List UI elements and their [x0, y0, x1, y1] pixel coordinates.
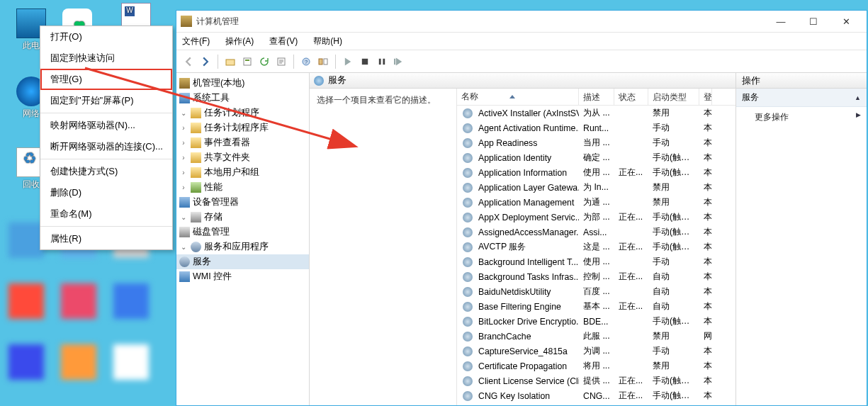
tb-view[interactable]: [315, 54, 331, 69]
tb-pause[interactable]: [374, 54, 390, 69]
expand-icon[interactable]: ›: [179, 139, 188, 147]
col-state[interactable]: 状态: [614, 89, 648, 105]
tb-help[interactable]: ?: [298, 54, 314, 69]
tree-local-users[interactable]: ›本地用户和组: [176, 165, 309, 180]
maximize-button[interactable]: ☐: [797, 13, 830, 30]
menu-action[interactable]: 操作(A): [225, 35, 254, 47]
tb-up[interactable]: [222, 54, 238, 69]
col-desc[interactable]: 描述: [579, 89, 614, 105]
service-desc: 为通 ...: [579, 196, 614, 208]
ctx-pin-quick[interactable]: 固定到快速访问: [40, 47, 172, 69]
minimize-button[interactable]: ―: [765, 13, 797, 30]
service-row[interactable]: Agent Activation Runtime...Runt...手动本: [457, 120, 735, 135]
expand-icon[interactable]: ›: [179, 169, 188, 176]
tb-restart[interactable]: [391, 54, 407, 69]
tree-device-manager[interactable]: 设备管理器: [176, 195, 309, 210]
ctx-map-net[interactable]: 映射网络驱动器(N)...: [40, 115, 172, 136]
tree-system-tools[interactable]: 系统工具: [176, 91, 309, 106]
ctx-rename[interactable]: 重命名(M): [40, 203, 172, 225]
service-row[interactable]: BaiduNetdiskUtility百度 ...自动本: [457, 284, 735, 299]
tools-icon: [179, 93, 190, 103]
col-logon[interactable]: 登: [699, 89, 712, 105]
menu-file[interactable]: 文件(F): [182, 35, 210, 47]
service-name: BitLocker Drive Encryptio...: [478, 317, 579, 327]
service-row[interactable]: Application Identity确定 ...手动(触发...本: [457, 150, 735, 165]
service-row[interactable]: Background Tasks Infras...控制 ...正在...自动本: [457, 269, 735, 284]
tb-refresh[interactable]: [257, 54, 272, 69]
service-state: 正在...: [614, 271, 648, 283]
tree-services[interactable]: 服务: [176, 254, 309, 269]
navigation-tree[interactable]: 机管理(本地) 系统工具 ⌄任务计划程序 ›任务计划程序库 ›事件查看器 ›共享…: [176, 73, 310, 405]
service-row[interactable]: Application Management为通 ...禁用本: [457, 195, 735, 210]
services-list[interactable]: 名称 描述 状态 启动类型 登 ActiveX Installer (AxIns…: [457, 89, 735, 405]
gear-icon: [463, 227, 473, 237]
wmi-icon: [179, 271, 190, 282]
expand-icon[interactable]: ›: [179, 154, 188, 162]
service-start: 手动(触发...: [648, 390, 699, 402]
tree-task-scheduler[interactable]: ⌄任务计划程序: [176, 106, 309, 120]
ctx-pin-start[interactable]: 固定到"开始"屏幕(P): [40, 90, 172, 111]
titlebar[interactable]: 计算机管理 ― ☐ ✕: [176, 11, 867, 32]
tree-performance[interactable]: ›性能: [176, 180, 309, 195]
column-headers[interactable]: 名称 描述 状态 启动类型 登: [457, 89, 735, 106]
expand-icon[interactable]: ›: [179, 184, 188, 191]
service-logon: 本: [699, 375, 712, 387]
tree-services-apps[interactable]: ⌄服务和应用程序: [176, 239, 309, 254]
sort-asc-icon: [509, 95, 515, 98]
actions-more[interactable]: 更多操作 ▶: [736, 107, 867, 128]
tree-event-viewer[interactable]: ›事件查看器: [176, 135, 309, 150]
menu-help[interactable]: 帮助(H): [313, 35, 342, 47]
tree-task-library[interactable]: ›任务计划程序库: [176, 120, 309, 135]
ctx-create-shortcut[interactable]: 创建快捷方式(S): [40, 161, 172, 182]
collapse-icon[interactable]: ⌄: [179, 213, 188, 221]
service-row[interactable]: Certificate Propagation将用 ...禁用本: [457, 359, 735, 373]
svg-rect-2: [245, 60, 249, 61]
tb-forward[interactable]: [198, 54, 213, 69]
service-row[interactable]: CaptureService_4815a为调 ...手动本: [457, 344, 735, 359]
blurred-icon: [61, 344, 96, 380]
ctx-properties[interactable]: 属性(R): [40, 228, 172, 249]
service-row[interactable]: CNG Key IsolationCNG...正在...手动(触发...本: [457, 388, 735, 403]
service-row[interactable]: AVCTP 服务这是 ...正在...手动(触发...本: [457, 239, 735, 254]
service-row[interactable]: Background Intelligent T...使用 ...手动本: [457, 254, 735, 269]
service-row[interactable]: AssignedAccessManager...Assi...手动(触发...本: [457, 225, 735, 239]
collapse-icon[interactable]: ⌄: [179, 243, 188, 251]
users-icon: [191, 167, 201, 178]
ctx-delete[interactable]: 删除(D): [40, 182, 172, 203]
service-row[interactable]: Application Information使用 ...正在...手动(触发.…: [457, 165, 735, 180]
menu-view[interactable]: 查看(V): [269, 35, 298, 47]
collapse-icon[interactable]: ⌄: [179, 109, 188, 117]
tb-stop[interactable]: [357, 54, 373, 69]
service-row[interactable]: BranchCache此服 ...禁用网: [457, 329, 735, 344]
tb-properties[interactable]: [239, 54, 255, 69]
service-row[interactable]: Client License Service (Cli...提供 ...正在..…: [457, 373, 735, 388]
service-row[interactable]: ActiveX Installer (AxInstSV)为从 ...禁用本: [457, 106, 735, 120]
tree-shared-folders[interactable]: ›共享文件夹: [176, 150, 309, 165]
tree-disk-management[interactable]: 磁盘管理: [176, 225, 309, 239]
service-desc: 百度 ...: [579, 286, 614, 298]
expand-icon[interactable]: ›: [179, 124, 188, 132]
service-desc: 将用 ...: [579, 360, 614, 372]
ctx-disconnect-net[interactable]: 断开网络驱动器的连接(C)...: [40, 136, 172, 157]
service-row[interactable]: BitLocker Drive Encryptio...BDE...手动(触发.…: [457, 314, 735, 329]
service-row[interactable]: Base Filtering Engine基本 ...正在...自动本: [457, 299, 735, 314]
ctx-manage[interactable]: 管理(G): [40, 69, 172, 90]
service-name: App Readiness: [478, 138, 537, 148]
service-start: 手动(触发...: [648, 226, 699, 238]
service-row[interactable]: App Readiness当用 ...手动本: [457, 135, 735, 150]
tb-back[interactable]: [181, 54, 196, 69]
col-start[interactable]: 启动类型: [648, 89, 699, 105]
tree-wmi[interactable]: WMI 控件: [176, 269, 309, 284]
service-row[interactable]: Application Layer Gatewa...为 In...禁用本: [457, 180, 735, 195]
tree-storage[interactable]: ⌄存储: [176, 210, 309, 225]
close-button[interactable]: ✕: [830, 13, 862, 30]
tree-root[interactable]: 机管理(本地): [176, 76, 309, 91]
col-name[interactable]: 名称: [457, 89, 579, 105]
tb-start[interactable]: [340, 54, 356, 69]
tb-export[interactable]: [274, 54, 289, 69]
service-logon: 本: [699, 300, 712, 312]
service-name: Application Management: [478, 198, 574, 208]
ctx-open[interactable]: 打开(O): [40, 26, 172, 47]
service-row[interactable]: AppX Deployment Servic...为部 ...正在...手动(触…: [457, 210, 735, 225]
actions-section[interactable]: 服务 ▲: [736, 89, 867, 107]
